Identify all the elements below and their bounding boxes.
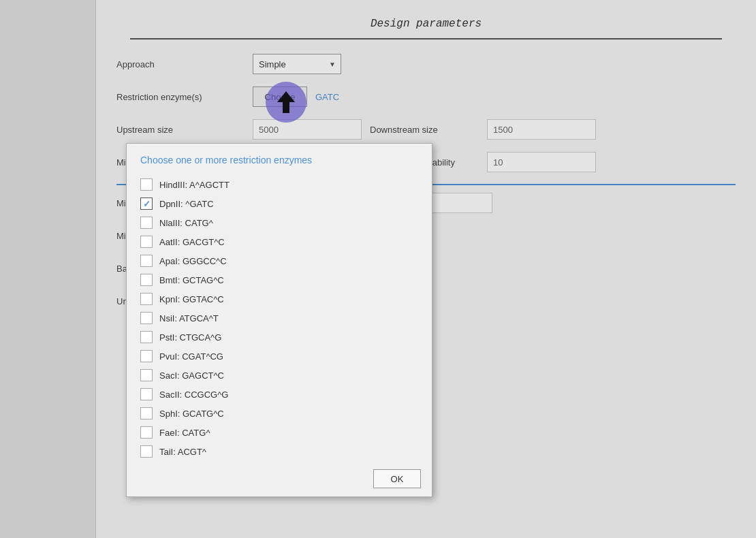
ok-button[interactable]: OK — [373, 469, 421, 488]
enzyme-label-9: PvuI: CGAT^CG — [159, 351, 223, 362]
enzyme-item[interactable]: AatII: GACGT^C — [138, 232, 418, 251]
modal-dialog: Choose one or more restriction enzymes H… — [126, 143, 432, 497]
enzyme-checkbox-3[interactable] — [140, 236, 153, 248]
enzyme-checkbox-12[interactable] — [140, 407, 153, 420]
enzyme-item[interactable]: PvuI: CGAT^CG — [138, 347, 418, 366]
enzyme-label-4: ApaI: GGGCC^C — [159, 256, 227, 266]
enzyme-item[interactable]: ApaI: GGGCC^C — [138, 251, 418, 270]
enzyme-item[interactable]: HindIII: A^AGCTT — [138, 175, 418, 194]
enzyme-checkbox-8[interactable] — [140, 331, 153, 343]
enzyme-item[interactable]: DpnII: ^GATC — [138, 194, 418, 213]
enzyme-checkbox-7[interactable] — [140, 312, 153, 324]
enzyme-label-14: TaiI: ACGT^ — [159, 447, 206, 457]
enzyme-checkbox-2[interactable] — [140, 217, 153, 229]
enzyme-checkbox-11[interactable] — [140, 388, 153, 400]
enzyme-item[interactable]: KpnI: GGTAC^C — [138, 289, 418, 308]
enzyme-label-2: NlaIII: CATG^ — [159, 218, 213, 228]
enzyme-label-12: SphI: GCATG^C — [159, 409, 224, 419]
enzyme-label-6: KpnI: GGTAC^C — [159, 294, 224, 304]
enzyme-item[interactable]: NlaIII: CATG^ — [138, 213, 418, 232]
enzyme-label-0: HindIII: A^AGCTT — [159, 180, 230, 190]
enzyme-checkbox-9[interactable] — [140, 350, 153, 362]
enzyme-item[interactable]: SphI: GCATG^C — [138, 404, 418, 423]
svg-marker-0 — [277, 91, 295, 113]
enzyme-label-1: DpnII: ^GATC — [159, 199, 214, 209]
enzyme-checkbox-4[interactable] — [140, 255, 153, 267]
up-arrow-icon — [276, 90, 296, 114]
enzyme-label-11: SacII: CCGCG^G — [159, 390, 228, 400]
enzyme-item[interactable]: NsiI: ATGCA^T — [138, 308, 418, 328]
enzyme-label-13: FaeI: CATG^ — [159, 428, 210, 438]
enzyme-item[interactable]: PstI: CTGCA^G — [138, 328, 418, 347]
enzyme-item[interactable]: TaiI: ACGT^ — [138, 442, 418, 461]
enzyme-checkbox-1[interactable] — [140, 197, 153, 210]
enzyme-label-8: PstI: CTGCA^G — [159, 332, 221, 343]
enzyme-label-7: NsiI: ATGCA^T — [159, 313, 219, 323]
enzyme-item[interactable]: SacI: GAGCT^C — [138, 366, 418, 385]
modal-footer: OK — [127, 464, 432, 496]
enzyme-list: HindIII: A^AGCTTDpnII: ^GATCNlaIII: CATG… — [127, 172, 432, 464]
enzyme-label-10: SacI: GAGCT^C — [159, 370, 224, 381]
enzyme-label-3: AatII: GACGT^C — [159, 237, 225, 247]
modal-title: Choose one or more restriction enzymes — [127, 144, 432, 172]
enzyme-label-5: BmtI: GCTAG^C — [159, 275, 224, 285]
enzyme-checkbox-5[interactable] — [140, 274, 153, 286]
enzyme-checkbox-10[interactable] — [140, 369, 153, 381]
modal-overlay: Choose one or more restriction enzymes H… — [0, 0, 756, 538]
enzyme-item[interactable]: FaeI: CATG^ — [138, 423, 418, 442]
arrow-indicator — [266, 82, 306, 123]
enzyme-item[interactable]: BmtI: GCTAG^C — [138, 270, 418, 289]
enzyme-checkbox-6[interactable] — [140, 293, 153, 305]
enzyme-checkbox-14[interactable] — [140, 445, 153, 458]
enzyme-checkbox-13[interactable] — [140, 426, 153, 439]
enzyme-item[interactable]: SacII: CCGCG^G — [138, 385, 418, 404]
enzyme-checkbox-0[interactable] — [140, 178, 153, 191]
